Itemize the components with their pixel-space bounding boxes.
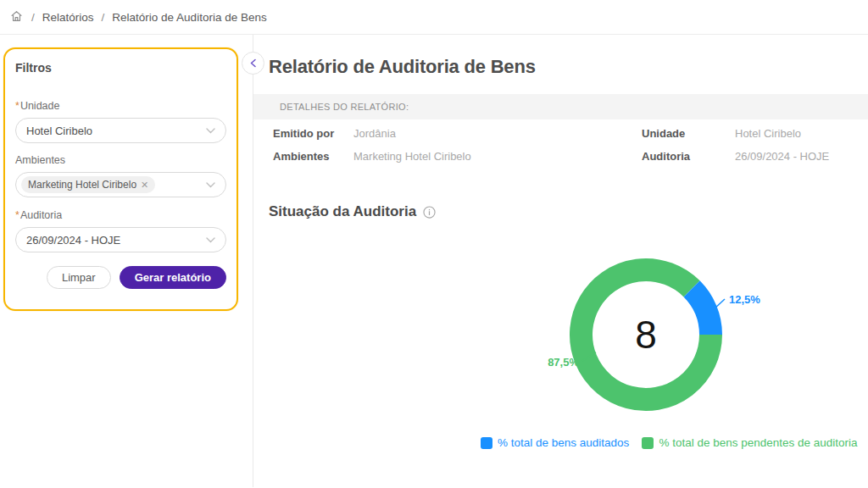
generate-report-button[interactable]: Gerar relatório bbox=[120, 266, 226, 289]
detail-value: Hotel Ciribelo bbox=[735, 127, 868, 140]
chevron-down-icon bbox=[206, 237, 215, 243]
legend-item-pending[interactable]: % total de bens pendentes de auditoria bbox=[642, 436, 857, 449]
detail-label: Unidade bbox=[642, 127, 735, 140]
auditoria-value: 26/09/2024 - HOJE bbox=[26, 234, 120, 247]
filters-sidebar: Filtros *Unidade Hotel Ciribelo Ambiente… bbox=[0, 35, 253, 487]
required-mark: * bbox=[15, 100, 19, 112]
ambientes-select[interactable]: Marketing Hotel Ciribelo ✕ bbox=[15, 172, 226, 197]
breadcrumb-separator: / bbox=[102, 11, 105, 24]
section-title: Situação da Auditoria bbox=[269, 203, 416, 220]
legend-label-pending: % total de bens pendentes de auditoria bbox=[659, 436, 857, 449]
auditoria-select[interactable]: 26/09/2024 - HOJE bbox=[15, 227, 226, 252]
filters-title: Filtros bbox=[15, 61, 226, 75]
page-title: Relatório de Auditoria de Bens bbox=[269, 56, 868, 78]
clear-button[interactable]: Limpar bbox=[47, 266, 111, 289]
detail-value: Marketing Hotel Ciribelo bbox=[353, 150, 642, 163]
filters-panel: Filtros *Unidade Hotel Ciribelo Ambiente… bbox=[3, 47, 238, 311]
detail-value: Jordânia bbox=[353, 127, 642, 140]
report-main: Relatório de Auditoria de Bens DETALHES … bbox=[253, 35, 868, 487]
legend-item-audited[interactable]: % total de bens auditados bbox=[481, 436, 629, 449]
section-header: Situação da Auditoria bbox=[269, 203, 868, 220]
unidade-select[interactable]: Hotel Ciribelo bbox=[15, 118, 226, 143]
chevron-down-icon bbox=[206, 128, 215, 134]
details-header: DETALHES DO RELATÓRIO: bbox=[253, 94, 868, 119]
detail-value: 26/09/2024 - HOJE bbox=[735, 150, 868, 163]
content-row: Filtros *Unidade Hotel Ciribelo Ambiente… bbox=[0, 35, 868, 487]
ambientes-chip: Marketing Hotel Ciribelo ✕ bbox=[21, 176, 155, 193]
legend-label-audited: % total de bens auditados bbox=[498, 436, 629, 449]
chevron-down-icon bbox=[206, 182, 215, 188]
chip-remove-icon[interactable]: ✕ bbox=[141, 180, 148, 191]
unidade-label: *Unidade bbox=[15, 100, 226, 112]
donut-slice-audited[interactable] bbox=[692, 289, 710, 335]
audit-donut-chart: 8 12,5% 87,5% % total de bens auditados … bbox=[253, 229, 868, 454]
auditoria-label: *Auditoria bbox=[15, 209, 226, 221]
breadcrumb-item-current[interactable]: Relatório de Auditoria de Bens bbox=[112, 11, 266, 24]
collapse-sidebar-button[interactable] bbox=[242, 52, 264, 75]
detail-label: Ambientes bbox=[273, 150, 353, 163]
required-mark: * bbox=[15, 209, 19, 221]
pct-label-audited: 12,5% bbox=[729, 293, 760, 306]
donut-center-value: 8 bbox=[635, 313, 657, 357]
chevron-left-icon bbox=[249, 58, 257, 68]
details-grid: Emitido por Jordânia Unidade Hotel Cirib… bbox=[253, 119, 868, 163]
breadcrumb: / Relatórios / Relatório de Auditoria de… bbox=[0, 0, 868, 35]
legend-swatch-audited bbox=[481, 437, 492, 449]
pct-label-pending: 87,5% bbox=[548, 356, 579, 369]
breadcrumb-item-relatorios[interactable]: Relatórios bbox=[42, 11, 94, 24]
legend-swatch-pending bbox=[642, 437, 654, 449]
detail-label: Emitido por bbox=[273, 127, 353, 140]
filter-actions: Limpar Gerar relatório bbox=[15, 266, 226, 289]
info-icon[interactable] bbox=[423, 206, 436, 219]
ambientes-chip-label: Marketing Hotel Ciribelo bbox=[28, 179, 136, 191]
unidade-value: Hotel Ciribelo bbox=[26, 125, 92, 137]
home-icon[interactable] bbox=[9, 9, 24, 25]
ambientes-label: Ambientes bbox=[15, 154, 226, 166]
chart-legend: % total de bens auditados % total de ben… bbox=[481, 436, 858, 449]
breadcrumb-separator: / bbox=[31, 11, 35, 24]
detail-label: Auditoria bbox=[642, 150, 735, 163]
